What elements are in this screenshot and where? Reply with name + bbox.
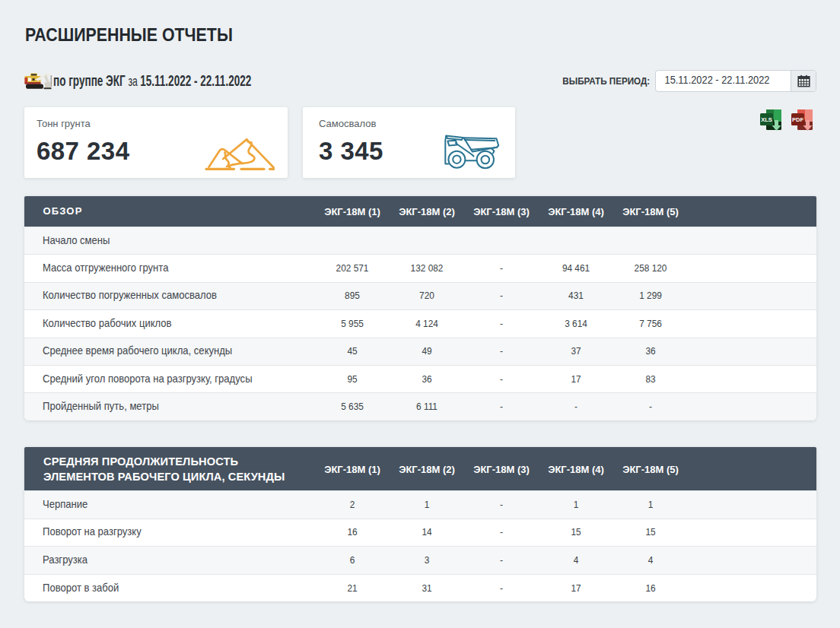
svg-text:PDF: PDF [792, 116, 803, 123]
svg-text:XLS: XLS [761, 116, 772, 123]
